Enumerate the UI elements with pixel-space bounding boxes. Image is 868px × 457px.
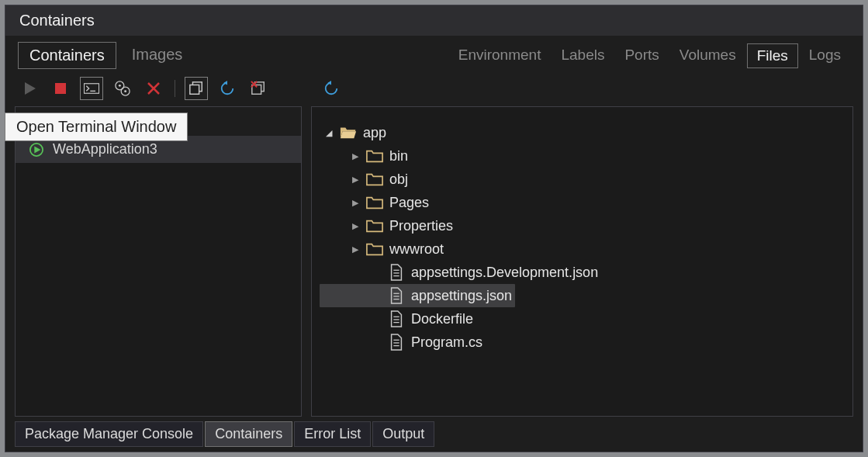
tree-row[interactable]: Program.cs: [320, 331, 845, 354]
svg-marker-0: [25, 82, 36, 95]
folder-icon: [366, 217, 383, 234]
refresh-right-button[interactable]: [320, 77, 343, 100]
bottom-tab-package-manager-console[interactable]: Package Manager Console: [15, 421, 203, 447]
file-icon: [388, 310, 405, 327]
tree-label: wwwroot: [389, 241, 444, 258]
detail-tab-labels[interactable]: Labels: [552, 43, 614, 68]
tree-label: Pages: [389, 195, 429, 211]
toolbar: [5, 74, 863, 106]
expander-closed-icon[interactable]: ▶: [351, 175, 360, 185]
file-icon: [388, 287, 405, 304]
bottom-tabs: Package Manager ConsoleContainersError L…: [5, 421, 863, 452]
containers-panel: Containers ContainersImages EnvironmentL…: [5, 5, 863, 452]
svg-point-7: [124, 90, 126, 92]
folder-icon: [366, 147, 383, 164]
svg-point-5: [119, 85, 121, 87]
delete-button[interactable]: [142, 77, 165, 100]
running-icon: [29, 143, 43, 157]
bottom-tab-output[interactable]: Output: [372, 421, 434, 447]
tree-label: Properties: [389, 218, 453, 234]
files-tree-pane: ◢app▶bin▶obj▶Pages▶Properties▶wwwrootapp…: [311, 106, 853, 417]
subtab-row: ContainersImages EnvironmentLabelsPortsV…: [5, 36, 863, 74]
folder-icon: [366, 171, 383, 188]
tree-label: Program.cs: [411, 334, 482, 351]
refresh-left-button[interactable]: [216, 77, 239, 100]
tree-row[interactable]: Dockerfile: [320, 307, 845, 331]
expander-closed-icon[interactable]: ▶: [351, 244, 360, 254]
tree-label: appsettings.Development.json: [411, 265, 598, 281]
expander-closed-icon[interactable]: ▶: [351, 198, 360, 208]
subtab-images[interactable]: Images: [121, 42, 194, 69]
expander-closed-icon[interactable]: ▶: [351, 151, 360, 161]
tree-label: Dockerfile: [411, 311, 473, 327]
svg-marker-17: [34, 146, 40, 153]
tree-row[interactable]: ▶Properties: [320, 214, 845, 237]
containers-list-pane: s WebApplication3: [15, 106, 302, 417]
tree-row[interactable]: ▶bin: [320, 144, 845, 168]
detail-tab-environment[interactable]: Environment: [449, 43, 551, 68]
detail-tab-ports[interactable]: Ports: [615, 43, 668, 68]
windows-button[interactable]: [185, 77, 208, 100]
tree-row[interactable]: ▶Pages: [320, 191, 845, 214]
folder-icon: [366, 194, 383, 211]
detail-tab-logs[interactable]: Logs: [800, 43, 850, 68]
terminal-button[interactable]: [80, 77, 103, 100]
tree-row[interactable]: ◢app: [320, 121, 845, 144]
tooltip-open-terminal: Open Terminal Window: [5, 113, 188, 141]
start-button[interactable]: [18, 77, 41, 100]
tree-row[interactable]: ▶obj: [320, 168, 845, 191]
tree-label: obj: [389, 171, 408, 188]
folder-icon: [366, 241, 383, 258]
folder-open-icon: [340, 124, 357, 141]
expander-open-icon[interactable]: ◢: [324, 128, 334, 138]
settings-button[interactable]: [111, 77, 134, 100]
file-icon: [388, 334, 405, 351]
tree-row[interactable]: appsettings.json: [320, 284, 515, 307]
tree-label: bin: [389, 148, 408, 164]
detail-tab-files[interactable]: Files: [747, 43, 798, 68]
svg-rect-1: [55, 83, 66, 94]
panel-title: Containers: [5, 5, 863, 36]
tree-row[interactable]: ▶wwwroot: [320, 237, 845, 261]
container-name: WebApplication3: [53, 141, 157, 158]
svg-rect-2: [84, 84, 99, 94]
tree-label: appsettings.json: [411, 288, 512, 304]
separator: [175, 80, 175, 97]
bottom-tab-containers[interactable]: Containers: [205, 421, 292, 447]
bottom-tab-error-list[interactable]: Error List: [294, 421, 371, 447]
svg-rect-11: [190, 85, 199, 94]
file-icon: [388, 264, 405, 281]
detail-tab-volumes[interactable]: Volumes: [670, 43, 745, 68]
prune-button[interactable]: [247, 77, 270, 100]
stop-button[interactable]: [49, 77, 72, 100]
subtab-containers[interactable]: Containers: [18, 42, 116, 69]
tree-label: app: [363, 125, 386, 141]
expander-closed-icon[interactable]: ▶: [351, 221, 360, 231]
tree-row[interactable]: appsettings.Development.json: [320, 261, 845, 284]
